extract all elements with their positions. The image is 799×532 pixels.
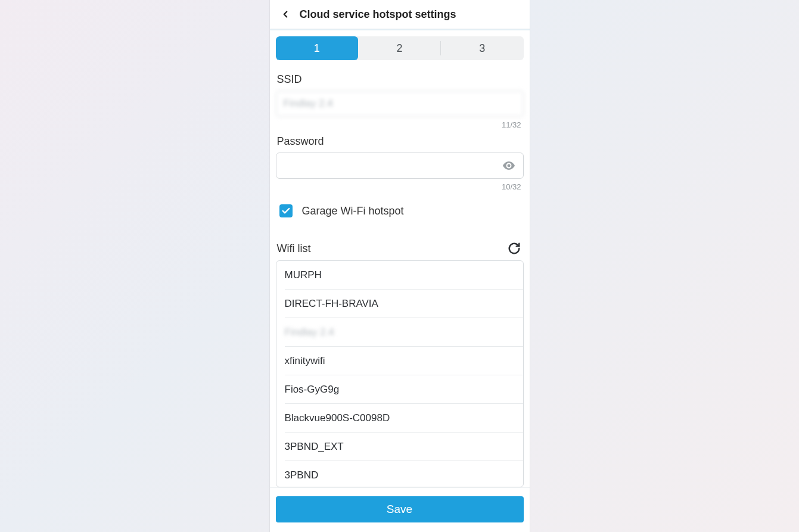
- refresh-icon: [508, 242, 521, 255]
- wifi-list-item[interactable]: DIRECT-FH-BRAVIA: [276, 290, 523, 318]
- wifi-list-item[interactable]: Fios-GyG9g: [276, 375, 523, 403]
- password-field-wrap: [276, 153, 524, 179]
- wifi-item-name: Fios-GyG9g: [285, 384, 340, 396]
- wifi-item-name: Findlay 2.4: [285, 326, 334, 338]
- wifi-list-item[interactable]: MURPH: [276, 261, 523, 289]
- wifi-item-name: xfinitywifi: [285, 355, 325, 367]
- garage-hotspot-label: Garage Wi-Fi hotspot: [302, 205, 404, 217]
- save-button[interactable]: Save: [276, 496, 524, 522]
- wifi-item-name: 3PBND_EXT: [285, 441, 344, 453]
- eye-icon: [502, 158, 516, 173]
- wifi-list-item[interactable]: Blackvue900S-C0098D: [276, 404, 523, 432]
- wifi-list-header: Wifi list: [276, 240, 524, 260]
- wifi-item-name: Blackvue900S-C0098D: [285, 412, 390, 424]
- chevron-left-icon: [280, 9, 291, 20]
- toggle-password-visibility-button[interactable]: [499, 153, 519, 179]
- step-tab-3[interactable]: 3: [441, 36, 524, 60]
- ssid-input[interactable]: [276, 91, 524, 117]
- app-screen: Cloud service hotspot settings 1 2 3 SSI…: [270, 0, 530, 532]
- header-bar: Cloud service hotspot settings: [270, 0, 530, 29]
- wifi-list-item[interactable]: 3PBND: [276, 461, 523, 487]
- page-title: Cloud service hotspot settings: [300, 8, 456, 21]
- refresh-wifi-button[interactable]: [506, 240, 523, 257]
- wifi-item-name: MURPH: [285, 269, 322, 281]
- wifi-item-name: DIRECT-FH-BRAVIA: [285, 298, 378, 310]
- footer-bar: Save: [270, 487, 530, 532]
- content-area: 1 2 3 SSID 11/32 Password 10/32 Garage W…: [270, 30, 530, 487]
- ssid-label: SSID: [276, 73, 524, 86]
- step-tab-1[interactable]: 1: [276, 36, 359, 60]
- wifi-list-item[interactable]: Findlay 2.4: [276, 318, 523, 346]
- wifi-list: MURPHDIRECT-FH-BRAVIAFindlay 2.4xfinityw…: [276, 260, 524, 487]
- wifi-list-title: Wifi list: [277, 242, 311, 255]
- password-input[interactable]: [276, 153, 524, 179]
- check-icon: [281, 206, 291, 216]
- back-button[interactable]: [275, 4, 296, 25]
- ssid-counter: 11/32: [276, 120, 524, 129]
- ssid-field-wrap: [276, 91, 524, 117]
- password-label: Password: [276, 135, 524, 148]
- password-counter: 10/32: [276, 182, 524, 191]
- step-tabs: 1 2 3: [276, 36, 524, 60]
- wifi-item-name: 3PBND: [285, 469, 319, 481]
- step-tab-2[interactable]: 2: [358, 36, 441, 60]
- garage-hotspot-row: Garage Wi-Fi hotspot: [276, 204, 524, 217]
- wifi-list-item[interactable]: 3PBND_EXT: [276, 433, 523, 461]
- wifi-list-item[interactable]: xfinitywifi: [276, 347, 523, 375]
- garage-hotspot-checkbox[interactable]: [279, 204, 293, 217]
